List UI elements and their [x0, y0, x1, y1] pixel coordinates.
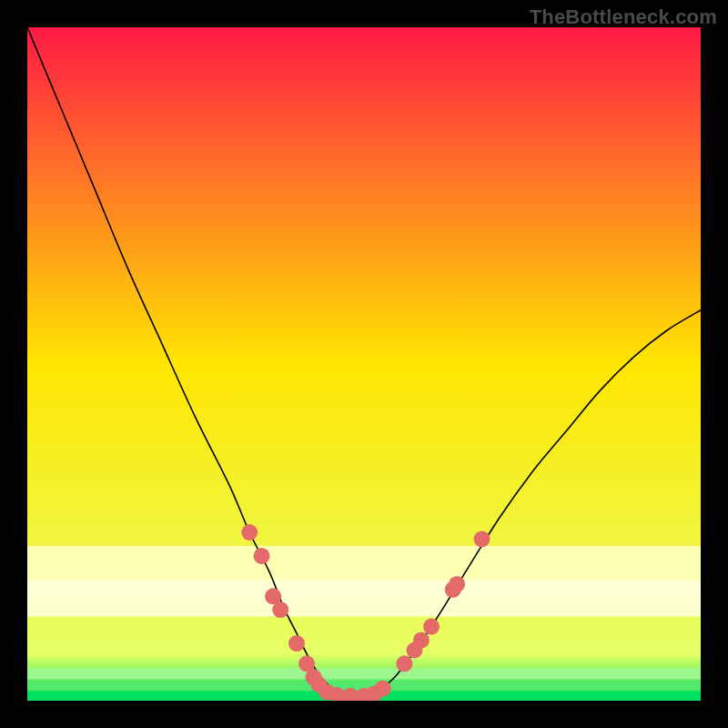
- band: [27, 546, 701, 580]
- data-point-marker: [449, 576, 465, 592]
- band: [27, 668, 701, 679]
- data-point-marker: [288, 635, 305, 652]
- chart-frame: TheBottleneck.com: [0, 0, 728, 728]
- data-point-marker: [413, 632, 430, 648]
- data-point-marker: [423, 619, 440, 635]
- data-point-marker: [375, 681, 391, 697]
- data-point-marker: [396, 655, 412, 672]
- watermark-text: TheBottleneck.com: [530, 5, 717, 29]
- data-point-marker: [474, 531, 490, 547]
- chart-svg: [27, 27, 701, 701]
- plot-area: [27, 27, 701, 701]
- band: [27, 580, 701, 600]
- data-point-marker: [254, 548, 270, 564]
- data-point-marker: [272, 602, 288, 618]
- band: [27, 600, 701, 617]
- data-point-marker: [241, 524, 258, 541]
